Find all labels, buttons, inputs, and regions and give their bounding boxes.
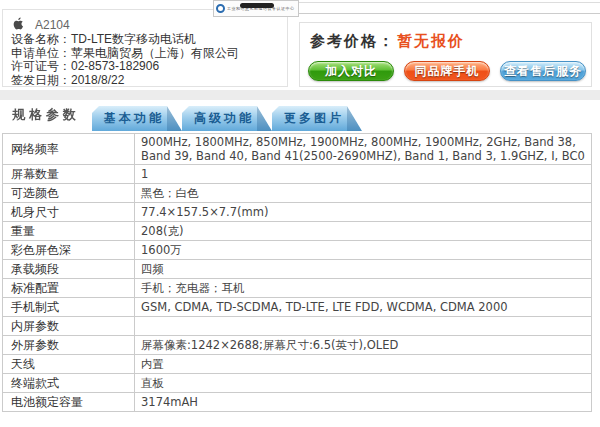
section-divider — [0, 90, 600, 100]
tab-label: 规格参数 — [12, 107, 80, 122]
tenaa-device-page: A2104 设备名称：TD-LTE数字移动电话机 申请单位：苹果电脑贸易（上海）… — [0, 0, 600, 427]
spec-row-battery: 电池额定容量3174mAH — [3, 393, 592, 412]
spec-value: 3174mAH — [135, 393, 592, 412]
spec-row-network-standards: 手机制式GSM, CDMA, TD-SCDMA, TD-LTE, LTE FDD… — [3, 298, 592, 317]
model-number: A2104 — [35, 14, 70, 32]
spec-label: 网络频率 — [3, 134, 135, 165]
price-label: 参考价格： — [310, 32, 395, 49]
spec-label: 天线 — [3, 355, 135, 374]
spec-row-color-depth: 彩色屏色深1600万 — [3, 241, 592, 260]
price-value: 暂无报价 — [397, 32, 465, 49]
tab-fold — [347, 106, 362, 131]
applicant-row: 申请单位：苹果电脑贸易（上海）有限公司 — [11, 47, 239, 61]
tab-more-images[interactable]: 更多图片 — [272, 106, 362, 131]
spec-value: 900MHz, 1800MHz, 850MHz, 1900MHz, 800MHz… — [135, 134, 592, 165]
spec-value: 四频 — [135, 260, 592, 279]
price-panel: 参考价格：暂无报价 加入对比 同品牌手机 查看售后服务 — [299, 22, 592, 87]
spec-label: 可选颜色 — [3, 184, 135, 203]
spec-value: 屏幕像素:1242×2688;屏幕尺寸:6.5(英寸),OLED — [135, 336, 592, 355]
header-divider-box — [289, 2, 600, 14]
spec-value: 黑色；白色 — [135, 184, 592, 203]
same-brand-phones-button[interactable]: 同品牌手机 — [404, 61, 490, 81]
spec-row-network-frequency: 网络频率900MHz, 1800MHz, 850MHz, 1900MHz, 80… — [3, 134, 592, 165]
issue-date-row: 签发日期：2018/8/22 — [11, 74, 239, 88]
spec-row-form-factor: 终端款式直板 — [3, 374, 592, 393]
spec-label: 彩色屏色深 — [3, 241, 135, 260]
spec-value: 1 — [135, 165, 592, 184]
tab-basic-functions[interactable]: 基本功能 — [92, 106, 182, 131]
spec-row-antenna: 天线内置 — [3, 355, 592, 374]
spec-label: 终端款式 — [3, 374, 135, 393]
device-name-row: 设备名称：TD-LTE数字移动电话机 — [11, 33, 239, 47]
spec-row-outer-screen: 外屏参数屏幕像素:1242×2688;屏幕尺寸:6.5(英寸),OLED — [3, 336, 592, 355]
device-info-panel: A2104 设备名称：TD-LTE数字移动电话机 申请单位：苹果电脑贸易（上海）… — [2, 9, 288, 87]
spec-label: 手机制式 — [3, 298, 135, 317]
apple-logo-icon — [11, 15, 26, 32]
spec-value: GSM, CDMA, TD-SCDMA, TD-LTE, LTE FDD, WC… — [135, 298, 592, 317]
add-to-compare-button[interactable]: 加入对比 — [308, 61, 394, 81]
spec-value: 内置 — [135, 355, 592, 374]
issue-date-value: 2018/8/22 — [71, 73, 124, 87]
spec-value: 77.4×157.5×7.7(mm) — [135, 203, 592, 222]
spec-row-screen-count: 屏幕数量1 — [3, 165, 592, 184]
spec-value: 1600万 — [135, 241, 592, 260]
action-buttons: 加入对比 同品牌手机 查看售后服务 — [308, 61, 586, 81]
tab-fold — [167, 106, 182, 131]
tab-fold — [257, 106, 272, 131]
applicant-label: 申请单位： — [11, 46, 71, 60]
spec-label: 重量 — [3, 222, 135, 241]
certification-seal-icon — [216, 4, 225, 13]
spec-label: 电池额定容量 — [3, 393, 135, 412]
device-info-list: 设备名称：TD-LTE数字移动电话机 申请单位：苹果电脑贸易（上海）有限公司 许… — [11, 33, 239, 87]
spec-row-dimensions: 机身尺寸77.4×157.5×7.7(mm) — [3, 203, 592, 222]
tab-label: 更多图片 — [284, 111, 344, 125]
tab-spec-parameters[interactable]: 规格参数 — [2, 100, 96, 131]
brand-row: A2104 — [11, 14, 70, 32]
spec-label: 外屏参数 — [3, 336, 135, 355]
tab-advanced-functions[interactable]: 高级功能 — [182, 106, 272, 131]
reference-price-line: 参考价格：暂无报价 — [310, 32, 465, 51]
spec-label: 机身尺寸 — [3, 203, 135, 222]
after-sales-service-button[interactable]: 查看售后服务 — [500, 61, 586, 81]
spec-value: 手机；充电器；耳机 — [135, 279, 592, 298]
spec-row-standard-config: 标准配置手机；充电器；耳机 — [3, 279, 592, 298]
license-value: 02-8573-182906 — [71, 59, 159, 73]
spec-value: 208(克) — [135, 222, 592, 241]
issue-date-label: 签发日期： — [11, 73, 71, 87]
certification-badge: 工业和信息化部电信设备认证中心 — [213, 0, 299, 17]
license-row: 许可证号：02-8573-182906 — [11, 60, 239, 74]
device-name-value: TD-LTE数字移动电话机 — [71, 32, 196, 46]
spec-value: 直板 — [135, 374, 592, 393]
spec-row-inner-screen: 内屏参数 — [3, 317, 592, 336]
spec-label: 承载频段 — [3, 260, 135, 279]
applicant-value: 苹果电脑贸易（上海）有限公司 — [71, 46, 239, 60]
spec-table-container: 网络频率900MHz, 1800MHz, 850MHz, 1900MHz, 80… — [2, 133, 592, 412]
license-label: 许可证号： — [11, 59, 71, 73]
device-name-label: 设备名称： — [11, 32, 71, 46]
spec-label: 屏幕数量 — [3, 165, 135, 184]
certification-badge-bar — [240, 3, 274, 8]
specs-table: 网络频率900MHz, 1800MHz, 850MHz, 1900MHz, 80… — [2, 133, 592, 412]
spec-row-colors: 可选颜色黑色；白色 — [3, 184, 592, 203]
spec-row-weight: 重量208(克) — [3, 222, 592, 241]
spec-row-bands: 承载频段四频 — [3, 260, 592, 279]
spec-label: 内屏参数 — [3, 317, 135, 336]
tab-label: 基本功能 — [104, 111, 164, 125]
spec-label: 标准配置 — [3, 279, 135, 298]
tab-label: 高级功能 — [194, 111, 254, 125]
spec-value — [135, 317, 592, 336]
